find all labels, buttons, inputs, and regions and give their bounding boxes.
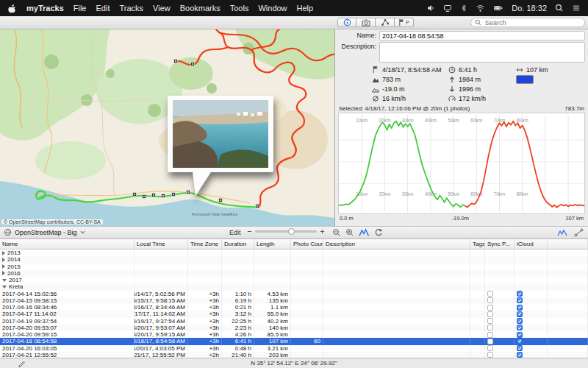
table-row-year[interactable]: 2013 <box>0 250 588 256</box>
checkbox-checked[interactable] <box>517 311 523 317</box>
table-row-track[interactable]: 2017-04-18 08:54:584/18/17, 8:54:58 AM+3… <box>0 338 588 344</box>
search-icon <box>475 19 481 26</box>
track-description-input[interactable] <box>379 42 585 63</box>
menu-file[interactable]: File <box>74 4 87 13</box>
checkbox-checked[interactable] <box>517 332 523 338</box>
menu-mytracks[interactable]: myTracks <box>26 4 64 13</box>
checkbox-unchecked[interactable] <box>487 318 493 324</box>
slider-minus-icon[interactable] <box>247 229 252 234</box>
duration: 6:41 h <box>459 66 477 74</box>
checkbox-unchecked[interactable] <box>487 291 493 297</box>
table-row-year[interactable]: 2014 <box>0 256 588 263</box>
checkbox-checked[interactable] <box>517 297 523 303</box>
track-color-well[interactable] <box>516 75 534 84</box>
menubar-status: Do. 18:32 <box>426 4 581 13</box>
table-row-track[interactable]: 2017-04-20 16:03:054/20/17, 4:03:05 PM+3… <box>0 345 588 352</box>
battery-icon[interactable] <box>493 4 503 13</box>
disclosure-triangle-icon[interactable] <box>2 264 5 269</box>
table-row-year[interactable]: 2015 <box>0 263 588 270</box>
checkbox-checked[interactable] <box>517 305 523 311</box>
menu-edit[interactable]: Edit <box>96 4 110 13</box>
display-icon[interactable] <box>443 4 452 13</box>
checkbox-unchecked[interactable] <box>487 345 493 351</box>
column-header-photo-count[interactable]: Photo Count <box>291 239 323 249</box>
route-options-icon[interactable] <box>574 228 584 238</box>
checkbox-unchecked[interactable] <box>487 305 493 311</box>
checkbox-unchecked[interactable] <box>487 325 493 330</box>
elevation-profile-toggle-icon[interactable] <box>359 228 370 238</box>
zoom-in-icon[interactable] <box>345 228 354 238</box>
menu-tools[interactable]: Tools <box>230 4 249 13</box>
column-header-sync[interactable]: Sync P... <box>485 239 514 249</box>
cell-icloud <box>514 270 548 277</box>
table-row-track[interactable]: 2017-04-20 09:53:074/20/17, 9:53:07 AM+3… <box>0 325 588 331</box>
zoom-slider[interactable] <box>247 229 325 234</box>
edit-coordinates-icon[interactable] <box>18 360 26 368</box>
apple-menu-icon[interactable] <box>7 4 16 13</box>
profile-pane-icon[interactable] <box>557 228 567 238</box>
wifi-icon[interactable] <box>476 4 485 13</box>
table-row-track[interactable]: 2017-04-19 09:37:544/19/17, 9:37:54 AM+3… <box>0 318 588 325</box>
poi-flag-button[interactable]: P <box>395 18 414 27</box>
column-header-icloud[interactable]: iCloud <box>514 239 548 249</box>
camera-button[interactable] <box>356 18 376 27</box>
map-canvas[interactable]: Ammoudi Nea Velafkos <box>0 29 335 226</box>
disclosure-triangle-icon[interactable] <box>2 258 5 262</box>
checkbox-unchecked[interactable] <box>487 339 493 344</box>
search-field[interactable] <box>470 18 585 27</box>
checkbox-unchecked[interactable] <box>487 297 493 303</box>
table-row-year[interactable]: 2017 <box>0 277 588 283</box>
checkbox-unchecked[interactable] <box>487 332 493 338</box>
column-header-description[interactable]: Description <box>323 239 470 249</box>
table-row-track[interactable]: 2017-04-16 08:34:464/16/17, 8:34:46 AM+3… <box>0 304 588 311</box>
table-row-group[interactable]: Kreta <box>0 283 588 290</box>
checkbox-unchecked[interactable] <box>487 311 493 317</box>
search-input[interactable] <box>484 18 581 27</box>
notification-center-icon[interactable] <box>572 4 581 13</box>
disclosure-triangle-icon[interactable] <box>2 286 7 289</box>
cell-tags <box>470 331 485 338</box>
menu-help[interactable]: Help <box>297 4 314 13</box>
disclosure-triangle-icon[interactable] <box>2 279 7 282</box>
slider-plus-icon[interactable] <box>320 229 325 234</box>
menu-window[interactable]: Window <box>258 4 287 13</box>
info-button[interactable] <box>337 18 356 27</box>
table-row-track[interactable]: 2017-04-14 15:02:564/14/17, 5:02:56 PM+3… <box>0 291 588 297</box>
elevation-profile-chart[interactable]: 10km10km20km20km30km30km40km40km50km50km… <box>338 113 585 214</box>
checkbox-checked[interactable] <box>517 325 523 330</box>
slider-thumb[interactable] <box>288 228 295 235</box>
column-header-duration[interactable]: Duration <box>222 239 254 249</box>
map-pane[interactable]: Ammoudi Nea Velafkos <box>0 29 335 226</box>
column-header-name[interactable]: Name <box>0 239 135 249</box>
zoom-out-icon[interactable] <box>332 228 341 238</box>
volume-icon[interactable] <box>426 4 435 13</box>
table-row-track[interactable]: 2017-04-15 09:58:154/15/17, 9:58:15 AM+3… <box>0 297 588 304</box>
checkbox-checked[interactable] <box>517 291 523 297</box>
map-source-selector[interactable]: OpenStreetMap - Big <box>4 228 85 236</box>
disclosure-triangle-icon[interactable] <box>2 271 5 275</box>
checkbox-checked[interactable] <box>517 318 523 324</box>
slider-track[interactable] <box>255 230 317 233</box>
menu-tracks[interactable]: Tracks <box>119 4 143 13</box>
menu-view[interactable]: View <box>153 4 171 13</box>
checkbox-checked[interactable] <box>517 345 523 351</box>
bluetooth-icon[interactable] <box>460 4 467 13</box>
track-name-input[interactable] <box>379 31 585 40</box>
table-row-year[interactable]: 2016 <box>0 270 588 277</box>
disclosure-triangle-icon[interactable] <box>2 251 5 255</box>
refresh-icon[interactable] <box>374 228 383 238</box>
spotlight-icon[interactable] <box>555 4 564 13</box>
menu-bookmarks[interactable]: Bookmarks <box>180 4 220 13</box>
column-header-local-time[interactable]: Local Time <box>135 239 188 249</box>
cell-time-zone: +3h <box>188 345 222 352</box>
column-header-time-zone[interactable]: Time Zone <box>188 239 222 249</box>
row-name: 2017-04-17 11:14:02 <box>2 311 57 317</box>
menubar-clock[interactable]: Do. 18:32 <box>512 4 547 13</box>
track-graph-button[interactable] <box>376 18 395 27</box>
column-header-length[interactable]: Length <box>254 239 291 249</box>
table-row-track[interactable]: 2017-04-17 11:14:024/17/17, 11:14:02 AM+… <box>0 311 588 317</box>
cell-photo-count <box>291 250 323 256</box>
table-row-track[interactable]: 2017-04-20 09:59:154/20/17, 9:59:15 AM+3… <box>0 331 588 338</box>
column-header-tags[interactable]: Tags <box>470 239 485 249</box>
checkbox-checked[interactable] <box>517 339 523 344</box>
